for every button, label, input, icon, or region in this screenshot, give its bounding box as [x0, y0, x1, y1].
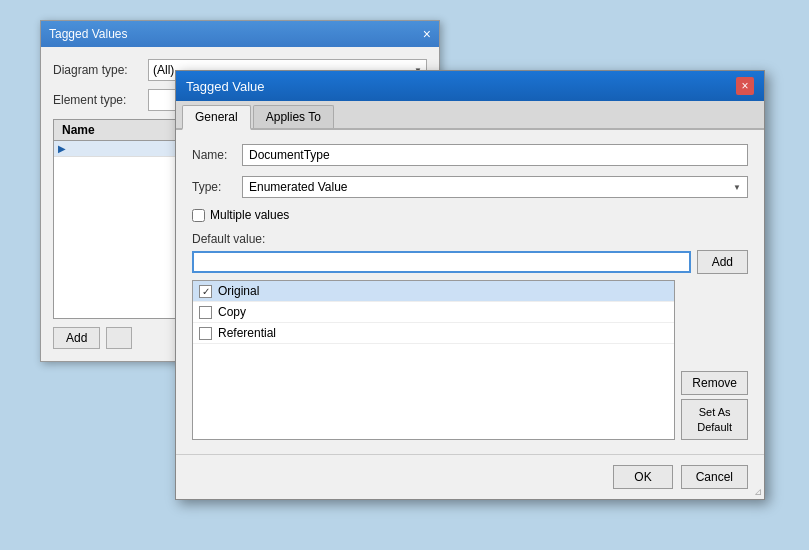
multiple-values-row: Multiple values: [192, 208, 748, 222]
row-arrow-icon: ▶: [58, 143, 66, 154]
dialog-footer: OK Cancel: [176, 454, 764, 499]
tab-applies-to[interactable]: Applies To: [253, 105, 334, 128]
set-default-button[interactable]: Set AsDefault: [681, 399, 748, 440]
dialog-body: Name: Type: Enumerated Value ▼ Multiple …: [176, 130, 764, 454]
multiple-values-checkbox[interactable]: [192, 209, 205, 222]
name-input[interactable]: [242, 144, 748, 166]
values-area: ✓ Original Copy Referential: [192, 280, 748, 440]
diagram-type-value: (All): [153, 63, 174, 77]
value-label-1: Original: [218, 284, 259, 298]
list-item[interactable]: ✓ Original: [193, 281, 674, 302]
main-titlebar: Tagged Value ×: [176, 71, 764, 101]
values-side-buttons: Remove Set AsDefault: [681, 280, 748, 440]
name-row: Name:: [192, 144, 748, 166]
resize-grip-icon: ⊿: [754, 486, 762, 497]
list-item[interactable]: Copy: [193, 302, 674, 323]
diagram-type-label: Diagram type:: [53, 63, 148, 77]
tab-general[interactable]: General: [182, 105, 251, 130]
element-type-label: Element type:: [53, 93, 148, 107]
cancel-button[interactable]: Cancel: [681, 465, 748, 489]
value-checkbox-3[interactable]: [199, 327, 212, 340]
bg-edit-button[interactable]: [106, 327, 132, 349]
add-value-button[interactable]: Add: [697, 250, 748, 274]
main-close-button[interactable]: ×: [736, 77, 754, 95]
main-dialog-title: Tagged Value: [186, 79, 265, 94]
type-select[interactable]: Enumerated Value ▼: [242, 176, 748, 198]
ok-button[interactable]: OK: [613, 465, 672, 489]
type-select-value: Enumerated Value: [249, 180, 348, 194]
tab-applies-to-label: Applies To: [266, 110, 321, 124]
type-row: Type: Enumerated Value ▼: [192, 176, 748, 198]
checkmark-icon: ✓: [202, 286, 210, 297]
value-label-3: Referential: [218, 326, 276, 340]
default-value-row: Add: [192, 250, 748, 274]
bg-add-button[interactable]: Add: [53, 327, 100, 349]
bg-table-col-name: Name: [62, 123, 95, 137]
value-checkbox-2[interactable]: [199, 306, 212, 319]
default-value-label: Default value:: [192, 232, 748, 246]
tab-general-label: General: [195, 110, 238, 124]
remove-button[interactable]: Remove: [681, 371, 748, 395]
type-combo-arrow-icon: ▼: [733, 183, 741, 192]
bg-titlebar: Tagged Values ×: [41, 21, 439, 47]
value-checkbox-1[interactable]: ✓: [199, 285, 212, 298]
multiple-values-label: Multiple values: [210, 208, 289, 222]
type-label: Type:: [192, 180, 242, 194]
bg-close-button[interactable]: ×: [423, 26, 431, 42]
bg-window-title: Tagged Values: [49, 27, 128, 41]
list-item[interactable]: Referential: [193, 323, 674, 344]
default-value-input[interactable]: [192, 251, 691, 273]
name-label: Name:: [192, 148, 242, 162]
value-label-2: Copy: [218, 305, 246, 319]
tabs-container: General Applies To: [176, 101, 764, 130]
tagged-value-dialog: Tagged Value × General Applies To Name: …: [175, 70, 765, 500]
values-list: ✓ Original Copy Referential: [192, 280, 675, 440]
